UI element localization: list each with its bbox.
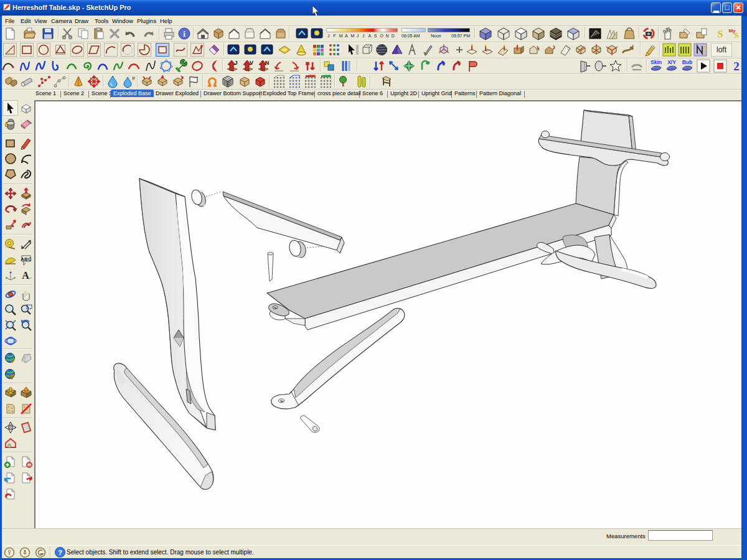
svg-text:i: i [183, 29, 186, 39]
svg-text:loft: loft [716, 45, 727, 54]
svg-text:Bub: Bub [682, 59, 693, 65]
svg-text:S: S [734, 30, 738, 40]
svg-text:ABC: ABC [21, 256, 32, 262]
svg-text:?: ? [58, 549, 62, 556]
svg-text:V: V [250, 60, 253, 66]
svg-text:RS: RS [9, 427, 12, 430]
svg-text:Skin: Skin [651, 59, 662, 65]
svg-text:X/Y: X/Y [667, 59, 676, 65]
svg-text:S: S [718, 29, 723, 39]
svg-text:A: A [22, 270, 29, 281]
svg-text:J: J [234, 60, 237, 66]
svg-text:N: N [265, 60, 270, 66]
svg-text:#: # [132, 75, 135, 82]
svg-text:2: 2 [733, 60, 740, 73]
